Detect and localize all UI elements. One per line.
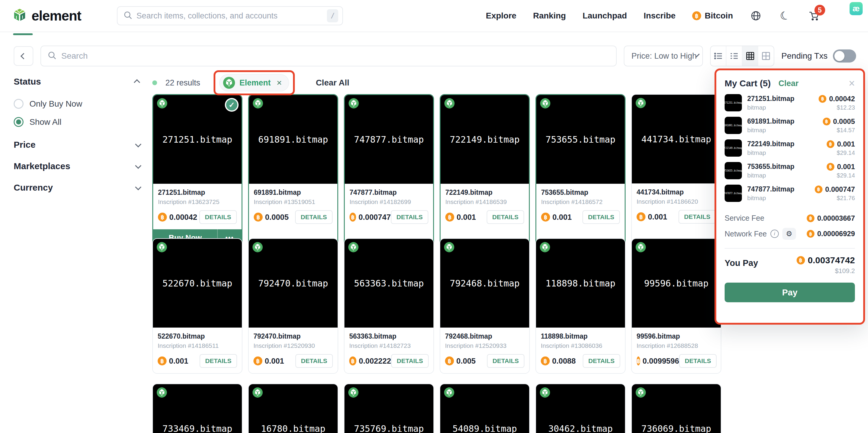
back-button[interactable]	[14, 46, 33, 66]
profile-avatar[interactable]: æ	[837, 6, 856, 25]
card-info: 691891.bitmap Inscription #13519051 ฿ 0.…	[249, 184, 337, 229]
details-button[interactable]: DETAILS	[296, 354, 333, 368]
cart-item-name: 271251.bitmap	[747, 95, 795, 103]
cart-item-collection: bitmap	[747, 149, 795, 156]
nft-card[interactable]: 118898.bitmap 118898.bitmap Inscription …	[535, 238, 626, 374]
nft-card[interactable]: 735769.bitmap	[344, 383, 434, 433]
pay-button[interactable]: Pay	[724, 283, 855, 302]
nft-card[interactable]: 522670.bitmap 522670.bitmap Inscription …	[152, 238, 242, 374]
cart-button[interactable]: 5	[808, 9, 820, 22]
marketplace-filter-chip[interactable]: Element ×	[219, 74, 289, 91]
cart-close-icon[interactable]: ×	[849, 78, 855, 89]
nft-card[interactable]: 54089.bitmap	[440, 383, 530, 433]
nft-card[interactable]: 747877.bitmap 747877.bitmap Inscription …	[344, 94, 434, 247]
card-image-text: 736069.bitmap	[641, 424, 711, 433]
radio-show-all[interactable]: Show All	[14, 117, 140, 127]
nav-inscribe[interactable]: Inscribe	[644, 11, 676, 21]
details-button[interactable]: DETAILS	[487, 210, 524, 224]
cart-item[interactable]: 691891.bitmap 691891.bitmap bitmap ฿ 0.0…	[724, 117, 855, 134]
pending-txs-toggle[interactable]	[833, 50, 856, 62]
card-info: 722149.bitmap Inscription #14186539 ฿ 0.…	[440, 184, 529, 229]
card-image-text: 563363.bitmap	[354, 278, 424, 289]
details-button[interactable]: DETAILS	[391, 210, 428, 224]
nft-card[interactable]: ✓ 271251.bitmap 271251.bitmap Inscriptio…	[152, 94, 242, 247]
card-info: 271251.bitmap Inscription #13623725 ฿ 0.…	[153, 184, 242, 229]
nft-card[interactable]: 736069.bitmap	[631, 383, 721, 433]
card-image-text: 735769.bitmap	[354, 424, 424, 433]
filter-section-marketplaces[interactable]: Marketplaces	[14, 160, 140, 173]
card-price: 0.0088	[552, 356, 576, 366]
nft-card[interactable]: 16780.bitmap	[248, 383, 338, 433]
nft-card[interactable]: 733469.bitmap	[152, 383, 242, 433]
clear-all-button[interactable]: Clear All	[316, 78, 349, 88]
details-button[interactable]: DETAILS	[391, 354, 429, 368]
language-globe-icon[interactable]	[750, 9, 762, 22]
details-button[interactable]: DETAILS	[295, 210, 333, 224]
nft-card[interactable]: 792468.bitmap 792468.bitmap Inscription …	[440, 238, 530, 374]
global-search-input[interactable]	[136, 11, 323, 21]
cart-item-price: 0.00042	[829, 95, 855, 103]
details-button[interactable]: DETAILS	[583, 354, 620, 368]
selected-check-icon: ✓	[225, 98, 239, 112]
nft-card[interactable]: 753655.bitmap 753655.bitmap Inscription …	[535, 94, 626, 247]
details-button[interactable]: DETAILS	[679, 354, 717, 368]
card-image-text: 118898.bitmap	[546, 278, 616, 289]
cart-clear-button[interactable]: Clear	[778, 79, 799, 88]
card-image: 563363.bitmap	[344, 239, 433, 327]
nft-card[interactable]: 441734.bitmap 441734.bitmap Inscription …	[631, 94, 721, 247]
filter-section-currency[interactable]: Currency	[14, 181, 140, 194]
nav-ranking[interactable]: Ranking	[533, 11, 566, 21]
chain-selector[interactable]: ฿ Bitcoin	[692, 11, 733, 21]
element-logo[interactable]: element	[12, 7, 81, 24]
filter-search-input[interactable]	[61, 51, 610, 61]
nft-card[interactable]: 99596.bitmap 99596.bitmap Inscription #1…	[631, 238, 721, 374]
card-image-text: 733469.bitmap	[162, 424, 232, 433]
view-list-button[interactable]	[711, 46, 726, 66]
bitcoin-icon: ฿	[541, 213, 550, 222]
element-badge-icon	[444, 98, 455, 110]
filter-search[interactable]	[40, 46, 617, 66]
radio-only-buy-now[interactable]: Only Buy Now	[14, 99, 140, 109]
global-search[interactable]: /	[117, 6, 343, 25]
card-price: 0.0099596	[643, 356, 679, 366]
cart-item-usd: $21.76	[815, 195, 855, 202]
cart-item-collection: bitmap	[747, 172, 795, 179]
filter-section-price[interactable]: Price	[14, 138, 140, 151]
chip-remove-icon[interactable]: ×	[277, 78, 282, 88]
view-small-grid-button[interactable]	[742, 46, 758, 66]
cart-item[interactable]: 753655.bitmap 753655.bitmap bitmap ฿ 0.0…	[724, 162, 855, 179]
details-button[interactable]: DETAILS	[583, 210, 620, 224]
details-button[interactable]: DETAILS	[199, 354, 237, 368]
chain-label: Bitcoin	[705, 11, 733, 21]
gear-icon[interactable]: ⚙	[782, 228, 796, 240]
details-button[interactable]: DETAILS	[679, 210, 716, 224]
nav-launchpad[interactable]: Launchpad	[583, 11, 627, 21]
info-icon[interactable]: i	[770, 230, 779, 238]
sort-dropdown[interactable]: Price: Low to High	[624, 46, 703, 66]
view-large-grid-button[interactable]	[757, 46, 774, 66]
nav-explore[interactable]: Explore	[486, 11, 517, 21]
nft-card[interactable]: 792470.bitmap 792470.bitmap Inscription …	[248, 238, 338, 374]
filter-section-status[interactable]: Status	[14, 75, 140, 88]
service-fee-value: 0.00003667	[817, 214, 855, 223]
nft-card[interactable]: 563363.bitmap 563363.bitmap Inscription …	[344, 238, 434, 374]
view-detailed-list-button[interactable]	[726, 46, 742, 66]
card-price: 0.000747	[359, 213, 391, 222]
dark-mode-icon[interactable]: ☾	[777, 8, 793, 24]
card-info: 522670.bitmap Inscription #14186511 ฿ 0.…	[153, 327, 242, 373]
details-button[interactable]: DETAILS	[199, 210, 237, 224]
cart-item[interactable]: 271251.bitmap 271251.bitmap bitmap ฿ 0.0…	[724, 94, 855, 111]
cart-item[interactable]: 747877.bitmap 747877.bitmap bitmap ฿ 0.0…	[724, 185, 855, 202]
nft-card[interactable]: 722149.bitmap 722149.bitmap Inscription …	[440, 94, 530, 247]
cart-item-usd: $14.57	[823, 127, 855, 134]
details-button[interactable]: DETAILS	[487, 354, 524, 368]
card-image-text: 441734.bitmap	[641, 134, 711, 144]
card-image-text: 722149.bitmap	[450, 134, 520, 145]
element-badge-icon	[223, 77, 235, 89]
card-image-text: 30462.bitmap	[548, 424, 613, 433]
cart-item[interactable]: 722149.bitmap 722149.bitmap bitmap ฿ 0.0…	[724, 139, 855, 157]
nft-card[interactable]: 30462.bitmap	[535, 383, 626, 433]
cart-item-usd: $29.14	[827, 149, 855, 156]
nft-card[interactable]: 691891.bitmap 691891.bitmap Inscription …	[248, 94, 338, 247]
card-grid-row-2: 522670.bitmap 522670.bitmap Inscription …	[152, 238, 721, 374]
